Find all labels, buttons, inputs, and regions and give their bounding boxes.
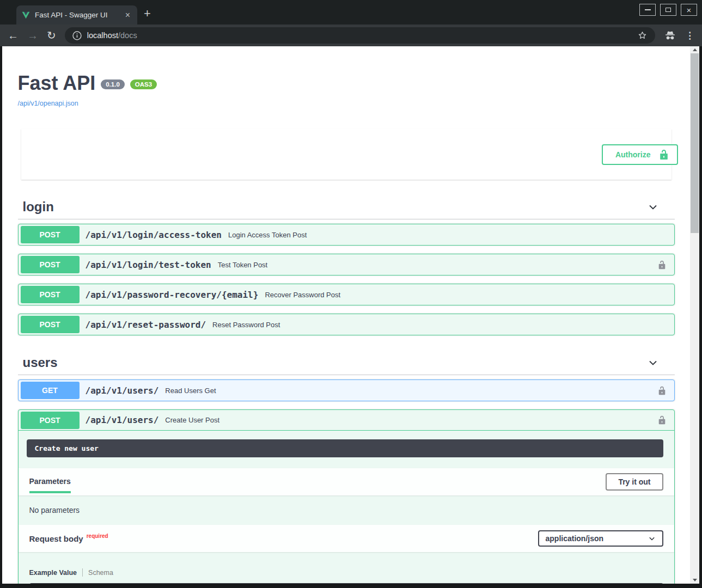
lock-icon[interactable] [657,415,667,425]
op-summary-text: Recover Password Post [265,291,340,299]
method-badge: POST [21,286,80,303]
tab-schema[interactable]: Schema [88,569,113,577]
method-badge: POST [21,412,80,429]
tab-title: Fast API - Swagger UI [35,11,119,19]
opblock-password-recovery: POST /api/v1/password-recovery/{email} R… [18,284,675,305]
url-path: /docs [118,31,137,40]
opblock-login-test-token: POST /api/v1/login/test-token Test Token… [18,254,675,275]
authorize-label: Authorize [615,150,651,159]
op-summary-text: Reset Password Post [212,321,280,329]
tab-strip: Fast API - Swagger UI × + × [0,0,702,24]
lock-icon[interactable] [657,386,667,395]
chevron-down-icon [648,535,656,542]
required-badge: required [87,533,108,539]
incognito-icon [664,29,676,42]
op-summary[interactable]: POST /api/v1/password-recovery/{email} R… [19,284,674,305]
op-path: /api/v1/password-recovery/{email} [86,290,259,300]
op-path: /api/v1/users/ [86,415,159,425]
page-info-icon[interactable] [72,31,82,40]
opblock-read-users: GET /api/v1/users/ Read Users Get [18,379,675,401]
op-summary[interactable]: GET /api/v1/users/ Read Users Get [19,380,674,401]
bookmark-star-icon[interactable] [637,30,648,41]
minimize-button[interactable] [639,4,656,16]
model-example: Example Value Schema { [19,552,674,584]
section-title: users [23,355,58,370]
op-path: /api/v1/users/ [86,385,159,396]
parameters-header: Parameters Try it out [19,468,674,495]
op-description: Create new user [27,439,663,457]
forward-icon[interactable]: → [27,30,38,41]
opblock-reset-password: POST /api/v1/reset-password/ Reset Passw… [18,314,675,335]
chevron-down-icon[interactable] [648,357,658,368]
reload-icon[interactable]: ↻ [47,30,56,41]
method-badge: GET [21,382,80,399]
minimize-icon [645,9,651,10]
op-summary[interactable]: POST /api/v1/reset-password/ Reset Passw… [19,314,674,335]
page-viewport: Fast API0.1.0OAS3 /api/v1/openapi.json A… [2,46,699,584]
method-badge: POST [21,256,80,273]
section-title: login [23,199,54,215]
maximize-icon [666,8,671,12]
tab-separator [82,568,83,577]
favicon-v-icon [22,11,30,19]
close-icon: × [687,6,692,14]
scheme-container: Authorize [21,129,672,180]
op-body: Create new user Parameters Try it out No… [19,431,674,584]
window-controls: × [639,4,697,16]
oas3-badge: OAS3 [130,79,157,89]
openapi-spec-link[interactable]: /api/v1/openapi.json [18,100,675,107]
op-summary-text: Login Access Token Post [228,231,307,239]
url-text: localhost/docs [87,31,137,40]
page-title: Fast API [18,72,96,94]
maximize-button[interactable] [660,4,676,16]
op-summary-text: Test Token Post [218,261,268,269]
chevron-down-icon[interactable] [648,201,658,212]
content-type-value: application/json [546,534,604,543]
method-badge: POST [21,316,80,333]
browser-tab[interactable]: Fast API - Swagger UI × [16,5,137,24]
back-icon[interactable]: ← [8,30,19,41]
scrollbar-down-arrow[interactable] [690,577,699,584]
close-button[interactable]: × [681,4,697,16]
no-parameters-text: No parameters [19,495,674,525]
api-info: Fast API0.1.0OAS3 /api/v1/openapi.json [18,72,675,107]
tab-parameters[interactable]: Parameters [29,477,71,487]
lock-icon[interactable] [657,260,667,270]
browser-window: Fast API - Swagger UI × + × ← → ↻ localh… [0,0,702,588]
request-body-header: Request body required application/json [19,525,674,552]
url-host: localhost [87,31,118,40]
authorize-button[interactable]: Authorize [602,144,678,165]
scrollbar-up-arrow[interactable] [690,46,699,53]
unlock-icon [658,149,669,160]
op-path: /api/v1/login/access-token [86,230,222,240]
scrollbar-thumb[interactable] [691,53,699,233]
content-type-select[interactable]: application/json [538,530,663,547]
section-header-login[interactable]: login [18,195,675,219]
op-path: /api/v1/login/test-token [86,260,211,270]
op-path: /api/v1/reset-password/ [86,320,206,330]
tab-example-value[interactable]: Example Value [29,569,77,577]
browser-menu-icon[interactable]: ⋮ [685,30,694,41]
version-badge: 0.1.0 [101,79,125,89]
op-summary[interactable]: POST /api/v1/login/test-token Test Token… [19,254,674,275]
try-it-out-button[interactable]: Try it out [606,473,663,491]
example-code-block[interactable]: { [29,583,663,584]
section-header-users[interactable]: users [18,351,675,375]
opblock-create-user: POST /api/v1/users/ Create User Post Cre… [18,409,675,584]
op-summary[interactable]: POST /api/v1/users/ Create User Post [19,410,674,431]
method-badge: POST [21,226,80,243]
address-bar[interactable]: localhost/docs [65,27,655,44]
tab-close-icon[interactable]: × [124,11,132,20]
op-summary[interactable]: POST /api/v1/login/access-token Login Ac… [19,224,674,245]
op-summary-text: Create User Post [165,416,219,424]
op-summary-text: Read Users Get [165,387,216,395]
swagger-page: Fast API0.1.0OAS3 /api/v1/openapi.json A… [2,46,690,584]
opblock-login-access-token: POST /api/v1/login/access-token Login Ac… [18,224,675,246]
browser-toolbar: ← → ↻ localhost/docs [0,24,702,46]
page-scrollbar[interactable] [690,46,699,584]
request-body-label: Request body [29,534,83,543]
new-tab-button[interactable]: + [144,8,151,20]
